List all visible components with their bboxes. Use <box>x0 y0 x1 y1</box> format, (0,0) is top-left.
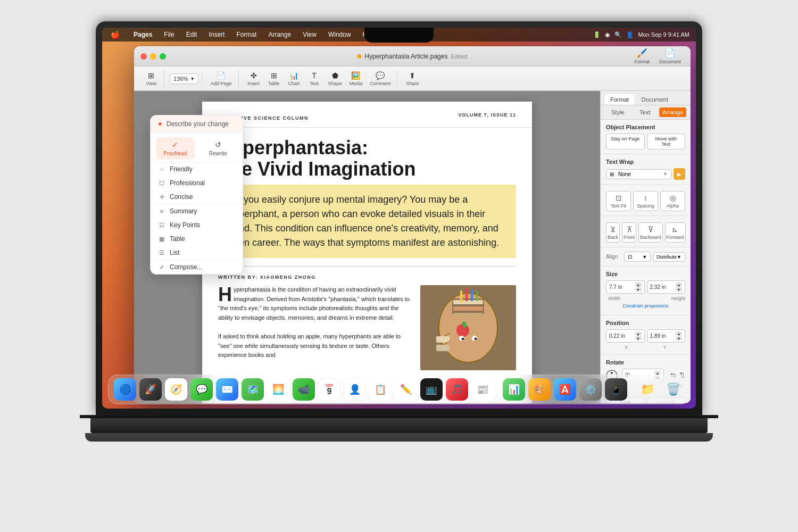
front-button[interactable]: ⊼ Front <box>622 222 636 243</box>
ai-proofread-tab[interactable]: ✓ Proofread <box>156 137 195 160</box>
maps-icon[interactable]: 🗺️ <box>242 378 264 401</box>
numbers-icon[interactable]: 📊 <box>503 378 525 401</box>
safari-icon[interactable]: 🧭 <box>165 378 187 401</box>
appstore-icon[interactable]: 🅰️ <box>554 378 576 401</box>
article-text[interactable]: Hyperphantasia is the condition of havin… <box>218 285 412 370</box>
height-up-btn[interactable]: ▲ <box>676 282 682 287</box>
height-down-btn[interactable]: ▼ <box>676 287 682 292</box>
stay-on-page-button[interactable]: Stay on Page <box>606 134 645 149</box>
file-menu[interactable]: File <box>162 30 176 39</box>
width-up-btn[interactable]: ▲ <box>635 282 642 287</box>
edit-menu[interactable]: Edit <box>184 30 200 39</box>
article-highlight[interactable]: Do you easily conjure up mental imagery?… <box>218 185 516 258</box>
x-up-btn[interactable]: ▲ <box>635 331 642 336</box>
distribute-selector[interactable]: Distribute ▼ <box>653 252 685 262</box>
chart-button[interactable]: 📊 Chart <box>285 70 304 88</box>
spacing-button[interactable]: ↕ Spacing <box>633 191 658 211</box>
maximize-button[interactable] <box>160 53 166 60</box>
style-tab[interactable]: Style <box>605 107 631 117</box>
media-button[interactable]: 🖼️ Media <box>346 70 366 88</box>
insert-button[interactable]: ✜ Insert <box>244 70 263 88</box>
x-down-btn[interactable]: ▼ <box>635 336 642 340</box>
backward-button[interactable]: ⊽ Backward <box>638 222 663 243</box>
view-button[interactable]: ⊞ View <box>142 70 161 88</box>
format-toggle-button[interactable]: 🖌️ Format <box>631 46 653 66</box>
arrange-menu[interactable]: Arrange <box>266 30 293 39</box>
ai-list-item[interactable]: ☰ List <box>151 246 243 260</box>
y-up-btn[interactable]: ▲ <box>676 331 682 336</box>
ai-keypoints-item[interactable]: ☷ Key Points <box>151 218 243 232</box>
text-tab[interactable]: Text <box>632 107 658 117</box>
constrain-proportions-link[interactable]: Constrain proportions <box>606 303 685 309</box>
document-tab[interactable]: Document <box>636 94 674 105</box>
photos-icon[interactable]: 🌅 <box>267 378 289 401</box>
zoom-button[interactable]: 136% ▼ <box>170 73 198 84</box>
move-with-text-button[interactable]: Move with Text <box>647 134 686 149</box>
wrap-color-btn[interactable]: ▶ <box>674 168 685 180</box>
window-menu[interactable]: Window <box>326 30 353 39</box>
document-area[interactable]: ✦ Describe your change ✓ Proofread <box>134 91 600 403</box>
contacts-icon[interactable]: 👤 <box>344 378 366 401</box>
app-name-menu[interactable]: Pages <box>131 30 154 39</box>
messages-icon[interactable]: 💬 <box>190 378 213 401</box>
add-page-button[interactable]: 📄 Add Page <box>207 70 235 88</box>
y-stepper[interactable]: ▲ ▼ <box>676 331 682 340</box>
document-toggle-button[interactable]: 📄 Document <box>656 46 684 66</box>
comment-button[interactable]: 💬 Comment <box>367 70 394 88</box>
ai-professional-item[interactable]: ☐ Professional <box>151 176 243 190</box>
format-tab[interactable]: Format <box>605 94 634 105</box>
search-menubar-icon[interactable]: 🔍 <box>614 31 622 38</box>
ai-summary-item[interactable]: ≡ Summary <box>151 204 243 218</box>
ai-friendly-item[interactable]: ○ Friendly <box>151 162 243 176</box>
ai-compose-item[interactable]: Compose... <box>151 260 243 274</box>
height-stepper[interactable]: ▲ ▼ <box>676 282 682 292</box>
width-stepper[interactable]: ▲ ▼ <box>635 282 642 292</box>
text-fit-button[interactable]: ⊡ Text Fit <box>606 191 631 211</box>
x-stepper[interactable]: ▲ ▼ <box>635 331 642 340</box>
width-down-btn[interactable]: ▼ <box>635 287 642 292</box>
align-selector[interactable]: ⊡ ▼ <box>624 252 651 262</box>
ai-table-item[interactable]: ▦ Table <box>151 232 243 246</box>
apple-menu[interactable]: 🍎 <box>109 29 122 40</box>
wrap-selector[interactable]: ⊞ None ▼ <box>606 169 671 179</box>
shape-button[interactable]: ⬟ Shape <box>325 70 345 88</box>
comment-icon: 💬 <box>376 71 385 80</box>
calendar-icon[interactable]: SEP 9 <box>318 378 340 401</box>
svg-rect-16 <box>436 345 450 351</box>
y-input[interactable]: 1.89 in ▲ ▼ <box>647 329 686 343</box>
width-input[interactable]: 7.7 in ▲ ▼ <box>606 280 645 294</box>
format-menu[interactable]: Format <box>234 30 259 39</box>
keynote-icon[interactable]: 🎨 <box>528 378 551 401</box>
arrange-tab[interactable]: Arrange <box>659 107 686 117</box>
mail-icon[interactable]: ✉️ <box>216 378 238 401</box>
forward-button[interactable]: ⊾ Forward <box>665 222 686 243</box>
news-icon[interactable]: 📰 <box>471 378 494 401</box>
height-input[interactable]: 2.32 in ▲ ▼ <box>647 280 686 294</box>
system-prefs-icon[interactable]: ⚙️ <box>579 378 602 401</box>
back-button[interactable]: ⊻ Back <box>606 222 620 243</box>
alpha-button[interactable]: ◎ Alpha <box>660 191 685 211</box>
minimize-button[interactable] <box>150 53 156 60</box>
table-button[interactable]: ⊞ Table <box>264 70 284 88</box>
appletv-icon[interactable]: 📺 <box>420 378 443 401</box>
y-down-btn[interactable]: ▼ <box>676 336 682 340</box>
trash-icon[interactable]: 🗑️ <box>662 378 684 401</box>
article-title[interactable]: Hyperphantasia: The Vivid Imagination <box>202 133 532 185</box>
downloads-folder-icon[interactable]: 📁 <box>636 378 659 401</box>
back-icon: ⊻ <box>610 225 616 234</box>
finder-icon[interactable]: 🔵 <box>114 378 136 401</box>
x-input[interactable]: 0.22 in ▲ ▼ <box>606 329 645 343</box>
reminders-icon[interactable]: 📋 <box>369 378 392 401</box>
ai-rewrite-tab[interactable]: ↺ Rewrite <box>199 137 238 160</box>
text-button[interactable]: T Text <box>305 70 324 88</box>
music-icon[interactable]: 🎵 <box>446 378 468 401</box>
freeform-icon[interactable]: ✏️ <box>395 378 417 401</box>
insert-menu[interactable]: Insert <box>206 30 227 39</box>
iphone-mirroring-icon[interactable]: 📱 <box>605 378 627 401</box>
share-button[interactable]: ⬆ Share <box>403 70 422 88</box>
close-button[interactable] <box>140 53 147 60</box>
launchpad-icon[interactable]: 🚀 <box>139 378 162 401</box>
view-menu[interactable]: View <box>301 30 319 39</box>
ai-concise-item[interactable]: ✛ Concise <box>151 190 243 204</box>
facetime-icon[interactable]: 📹 <box>293 378 315 401</box>
